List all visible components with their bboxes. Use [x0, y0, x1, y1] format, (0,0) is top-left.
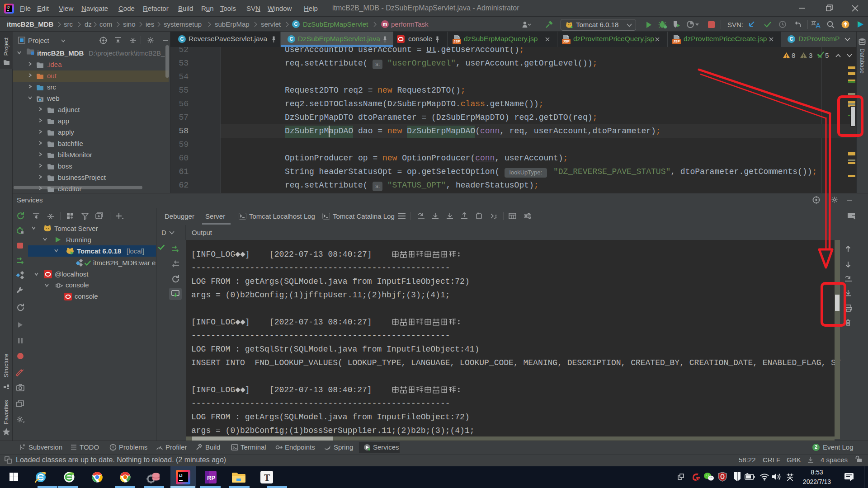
svg-text:RP: RP [207, 474, 215, 481]
svg-text:IJ: IJ [179, 474, 183, 478]
svg-text:T: T [264, 473, 270, 483]
